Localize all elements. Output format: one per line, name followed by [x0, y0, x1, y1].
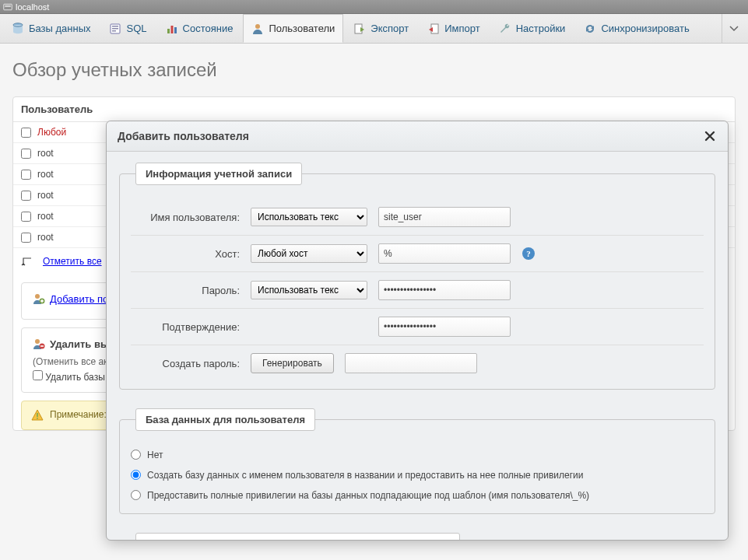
radio-grant-label: Предоставить полные привилегии на базы д… [147, 488, 589, 502]
svg-point-14 [35, 294, 40, 299]
col-user: Пользователь [21, 103, 93, 115]
row-generate: Создать пароль: Генерировать [131, 345, 704, 381]
server-bar: localhost [0, 0, 748, 14]
input-host[interactable] [378, 243, 511, 264]
input-confirm[interactable] [378, 317, 511, 337]
svg-text:?: ? [526, 249, 531, 258]
user-name: root [37, 190, 107, 201]
delete-users-label: Удалить вы [50, 338, 109, 350]
dialog-titlebar[interactable]: Добавить пользователя [107, 121, 728, 152]
user-name: root [37, 169, 107, 180]
row-username: Имя пользователя: Использовать текс [131, 199, 704, 236]
radio-none-label: Нет [147, 448, 163, 462]
status-icon [166, 23, 178, 35]
database-for-user-legend: База данных для пользователя [135, 408, 315, 431]
svg-rect-8 [167, 29, 170, 33]
tab-status-label: Состояние [183, 23, 234, 34]
export-icon [353, 23, 366, 35]
svg-rect-10 [174, 27, 177, 33]
check-all-arrow-icon [21, 256, 35, 267]
row-password: Пароль: Использовать текс [131, 272, 704, 309]
add-user-icon [33, 292, 45, 305]
tab-settings-label: Настройки [516, 23, 566, 34]
user-name: Любой [37, 127, 107, 138]
account-info-legend: Информация учетной записи [135, 163, 302, 185]
tab-users[interactable]: Пользователи [243, 14, 343, 43]
global-privileges-legend: Глобальные привилегии (Отметить все / Сн… [135, 533, 460, 540]
tab-sync[interactable]: Синхронизировать [575, 14, 697, 43]
user-name: root [37, 232, 107, 243]
user-checkbox[interactable] [21, 191, 31, 201]
server-host: localhost [16, 2, 49, 12]
label-username: Имя пользователя: [131, 212, 240, 223]
radio-none[interactable] [131, 450, 141, 460]
svg-rect-1 [5, 5, 11, 6]
account-info-group: Информация учетной записи Имя пользовате… [119, 163, 715, 390]
tab-databases-label: Базы данных [29, 23, 91, 34]
tab-import[interactable]: Импорт [419, 14, 488, 43]
radio-grant[interactable] [131, 490, 141, 500]
label-password: Пароль: [131, 285, 240, 296]
tab-export[interactable]: Экспорт [345, 14, 417, 43]
label-confirm: Подтверждение: [131, 321, 240, 333]
database-icon [12, 23, 24, 35]
tab-more[interactable] [722, 14, 745, 43]
check-all-link[interactable]: Отметить все [43, 256, 102, 267]
tab-import-label: Импорт [444, 23, 479, 34]
svg-point-16 [35, 339, 40, 344]
input-username[interactable] [378, 207, 511, 227]
import-icon [427, 23, 440, 35]
radio-grant-row[interactable]: Предоставить полные привилегии на базы д… [131, 485, 704, 506]
close-icon [704, 131, 715, 142]
user-checkbox[interactable] [21, 149, 31, 159]
tab-sql[interactable]: SQL [101, 14, 156, 43]
help-icon[interactable]: ? [521, 247, 536, 261]
row-confirm: Подтверждение: [131, 309, 704, 345]
tab-users-label: Пользователи [269, 23, 335, 34]
chevron-down-icon [729, 26, 739, 32]
user-name: root [37, 211, 107, 222]
svg-rect-18 [37, 413, 38, 417]
drop-dbs-label: Удалить базы д [45, 372, 113, 383]
input-password[interactable] [378, 280, 511, 300]
label-host: Хост: [131, 248, 240, 260]
generate-button[interactable]: Генерировать [251, 353, 334, 373]
page-title: Обзор учетных записей [12, 59, 736, 81]
svg-rect-9 [170, 26, 173, 33]
tab-databases[interactable]: Базы данных [3, 14, 100, 43]
wrench-icon [499, 23, 511, 35]
radio-create-row[interactable]: Создать базу данных с именем пользовател… [131, 465, 704, 485]
sync-icon [584, 23, 596, 35]
database-for-user-group: База данных для пользователя Нет Создать… [119, 408, 715, 514]
label-generate: Создать пароль: [131, 358, 240, 369]
tab-settings[interactable]: Настройки [490, 14, 574, 43]
warning-icon [31, 409, 44, 422]
global-privileges-group: Глобальные привилегии (Отметить все / Сн… [119, 533, 715, 540]
dialog-title: Добавить пользователя [118, 130, 249, 142]
dialog-close-button[interactable] [703, 129, 717, 143]
select-username-mode[interactable]: Использовать текс [251, 208, 367, 226]
user-name: root [37, 148, 107, 159]
select-host-mode[interactable]: Любой хост [251, 244, 367, 263]
delete-user-icon [33, 338, 45, 350]
tab-sync-label: Синхронизировать [601, 23, 689, 34]
svg-rect-5 [112, 26, 118, 27]
add-user-dialog: Добавить пользователя Информация учетной… [106, 121, 729, 541]
user-checkbox[interactable] [21, 212, 31, 222]
user-checkbox[interactable] [21, 128, 31, 138]
svg-point-11 [255, 24, 260, 29]
drop-dbs-checkbox[interactable] [33, 370, 43, 380]
users-header: Пользователь [13, 97, 735, 122]
user-checkbox[interactable] [21, 233, 31, 243]
radio-create[interactable] [131, 470, 141, 480]
dialog-body: Информация учетной записи Имя пользовате… [107, 152, 728, 540]
drop-dbs-row[interactable]: Удалить базы д [33, 372, 113, 383]
tab-status[interactable]: Состояние [157, 14, 242, 43]
radio-none-row[interactable]: Нет [131, 445, 704, 465]
svg-rect-7 [112, 30, 116, 32]
user-checkbox[interactable] [21, 170, 31, 180]
select-password-mode[interactable]: Использовать текс [251, 281, 367, 299]
tab-export-label: Экспорт [370, 23, 409, 34]
input-generated[interactable] [345, 353, 477, 373]
row-host: Хост: Любой хост ? [131, 236, 704, 272]
